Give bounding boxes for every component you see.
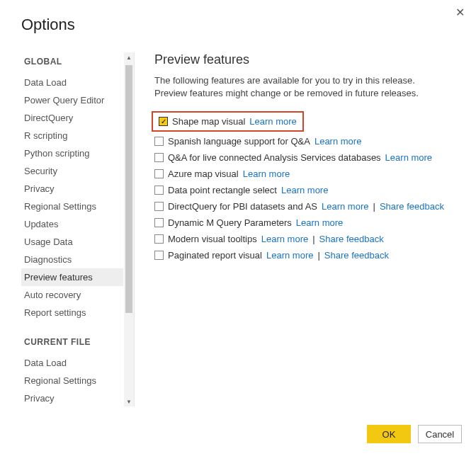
learn-more-link[interactable]: Learn more [296, 217, 343, 228]
sidebar-item[interactable]: Data Load [21, 74, 123, 91]
feature-row: Data point rectangle select Learn more [154, 182, 462, 198]
learn-more-link[interactable]: Learn more [281, 185, 328, 195]
feature-checkbox[interactable] [154, 137, 164, 146]
dialog-footer: OK Cancel [367, 425, 462, 443]
sidebar-scrollbar[interactable]: ▲ ▼ [124, 52, 134, 406]
feature-checkbox[interactable] [154, 202, 164, 211]
separator: | [373, 201, 375, 212]
sidebar-item[interactable]: Power Query Editor [21, 91, 123, 109]
feature-checkbox[interactable] [154, 153, 164, 162]
feature-label: Spanish language support for Q&A [168, 136, 310, 147]
sidebar-item[interactable]: Data Load [21, 354, 123, 372]
scroll-thumb[interactable] [125, 65, 132, 313]
panel-title: Preview features [154, 52, 462, 67]
sidebar-container: GLOBALData LoadPower Query EditorDirectQ… [21, 52, 135, 406]
learn-more-link[interactable]: Learn more [314, 136, 361, 147]
feature-label: Paginated report visual [168, 250, 262, 261]
feature-label: Azure map visual [168, 169, 239, 179]
scroll-down-icon[interactable]: ▼ [124, 397, 134, 406]
feature-row: Q&A for live connected Analysis Services… [154, 149, 462, 166]
feature-label: Dynamic M Query Parameters [168, 217, 292, 228]
separator: | [317, 250, 319, 261]
share-feedback-link[interactable]: Share feedback [380, 201, 444, 212]
options-dialog: ✕ Options GLOBALData LoadPower Query Edi… [0, 0, 476, 456]
sidebar-section-header: GLOBAL [21, 52, 123, 74]
sidebar: GLOBALData LoadPower Query EditorDirectQ… [21, 52, 123, 406]
feature-row: DirectQuery for PBI datasets and AS Lear… [154, 198, 462, 215]
sidebar-item[interactable]: Regional Settings [21, 198, 123, 215]
sidebar-section-header: CURRENT FILE [21, 321, 123, 354]
learn-more-link[interactable]: Learn more [385, 152, 432, 163]
learn-more-link[interactable]: Learn more [322, 201, 368, 212]
feature-checkbox[interactable] [154, 169, 164, 178]
feature-row: Spanish language support for Q&A Learn m… [154, 133, 462, 149]
share-feedback-link[interactable]: Share feedback [324, 250, 389, 261]
scroll-up-icon[interactable]: ▲ [124, 52, 134, 62]
sidebar-item[interactable]: Preview features [21, 268, 123, 286]
sidebar-item[interactable]: Python scripting [21, 144, 123, 162]
share-feedback-link[interactable]: Share feedback [319, 234, 384, 244]
feature-checkbox[interactable] [154, 186, 164, 195]
feature-checkbox[interactable] [154, 234, 164, 244]
sidebar-item[interactable]: Security [21, 162, 123, 180]
ok-button[interactable]: OK [367, 425, 411, 443]
sidebar-item[interactable]: Regional Settings [21, 372, 123, 389]
separator: | [312, 234, 314, 244]
feature-label: DirectQuery for PBI datasets and AS [168, 201, 317, 212]
sidebar-item[interactable]: Privacy [21, 389, 123, 406]
sidebar-item[interactable]: Auto recovery [21, 286, 123, 304]
feature-row: Dynamic M Query Parameters Learn more [154, 215, 462, 231]
feature-label: Data point rectangle select [168, 185, 277, 195]
sidebar-item[interactable]: R scripting [21, 127, 123, 144]
feature-row: Modern visual tooltips Learn more | Shar… [154, 231, 462, 247]
learn-more-link[interactable]: Learn more [261, 234, 308, 244]
feature-row: Shape map visual Learn more [152, 111, 304, 132]
feature-checkbox[interactable] [154, 251, 164, 260]
feature-label: Shape map visual [172, 116, 245, 127]
learn-more-link[interactable]: Learn more [249, 116, 296, 127]
sidebar-item[interactable]: Report settings [21, 304, 123, 321]
sidebar-item[interactable]: Usage Data [21, 233, 123, 251]
dialog-body: GLOBALData LoadPower Query EditorDirectQ… [0, 34, 476, 406]
panel-description: The following features are available for… [154, 74, 438, 100]
feature-checkbox[interactable] [154, 218, 164, 227]
feature-label: Q&A for live connected Analysis Services… [168, 152, 381, 163]
learn-more-link[interactable]: Learn more [243, 169, 290, 179]
sidebar-item[interactable]: DirectQuery [21, 109, 123, 127]
sidebar-item[interactable]: Privacy [21, 180, 123, 198]
sidebar-item[interactable]: Diagnostics [21, 251, 123, 268]
main-panel: Preview features The following features … [135, 52, 476, 406]
feature-list: Shape map visual Learn moreSpanish langu… [154, 111, 462, 263]
sidebar-item[interactable]: Updates [21, 215, 123, 233]
dialog-title: Options [0, 0, 476, 34]
cancel-button[interactable]: Cancel [418, 425, 462, 443]
feature-checkbox[interactable] [159, 117, 168, 126]
feature-row: Paginated report visual Learn more | Sha… [154, 247, 462, 263]
feature-label: Modern visual tooltips [168, 234, 257, 244]
close-icon[interactable]: ✕ [455, 6, 465, 19]
learn-more-link[interactable]: Learn more [266, 250, 313, 261]
feature-row: Azure map visual Learn more [154, 166, 462, 182]
